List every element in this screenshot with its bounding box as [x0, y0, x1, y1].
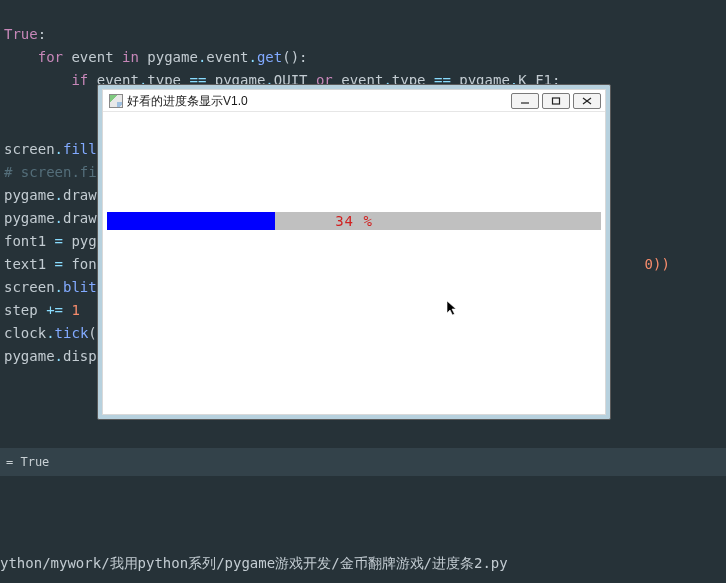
- code-line: pygame.draw.: [4, 187, 105, 203]
- code-line: screen.blit(: [4, 279, 105, 295]
- pygame-client-area: 34 %: [103, 112, 605, 414]
- window-buttons: [511, 93, 601, 109]
- progress-bar-label: 34 %: [107, 212, 601, 230]
- status-text: = True: [6, 455, 49, 469]
- close-button[interactable]: [573, 93, 601, 109]
- code-line: font1 = pyg: [4, 233, 97, 249]
- code-line: pygame.draw.: [4, 210, 105, 226]
- code-line: True:: [4, 26, 46, 42]
- code-line: clock.tick(6: [4, 325, 105, 341]
- terminal-area[interactable]: ython/mywork/我用python系列/pygame游戏开发/金币翻牌游…: [0, 476, 726, 583]
- code-line: screen.fill(: [4, 141, 105, 157]
- svg-rect-0: [553, 98, 560, 104]
- maximize-button[interactable]: [542, 93, 570, 109]
- title-bar[interactable]: 好看的进度条显示V1.0: [103, 90, 605, 112]
- code-line: pygame.displ: [4, 348, 105, 364]
- minimize-button[interactable]: [511, 93, 539, 109]
- editor-status-bar: = True: [0, 448, 726, 476]
- window-title: 好看的进度条显示V1.0: [127, 95, 507, 107]
- pygame-window[interactable]: 好看的进度条显示V1.0 34 %: [97, 84, 611, 420]
- pygame-window-inner: 好看的进度条显示V1.0 34 %: [102, 89, 606, 415]
- code-line: for event in pygame.event.get():: [4, 49, 308, 65]
- code-line: step += 1: [4, 302, 80, 318]
- terminal-path: ython/mywork/我用python系列/pygame游戏开发/金币翻牌游…: [0, 552, 726, 575]
- code-line: # screen.fil: [4, 164, 105, 180]
- progress-bar: 34 %: [107, 212, 601, 230]
- pygame-app-icon: [109, 94, 123, 108]
